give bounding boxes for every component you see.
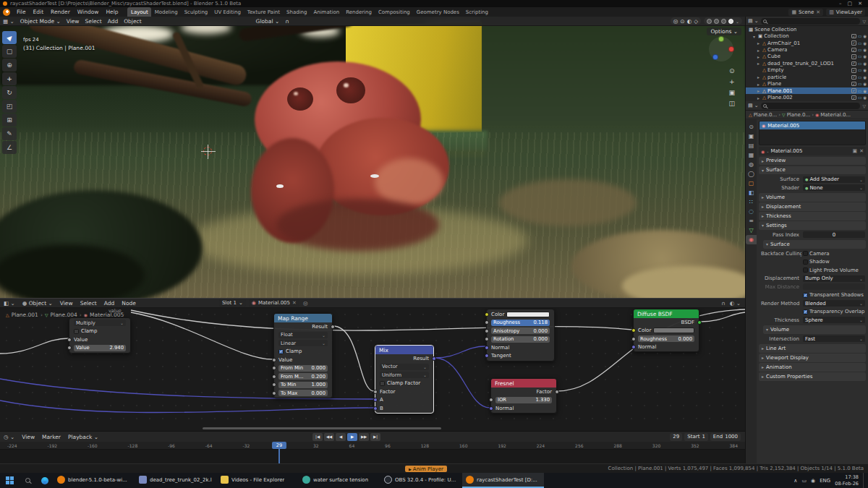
axis-z-handle[interactable]: [712, 54, 718, 60]
rotate-tool[interactable]: ↻: [2, 86, 17, 99]
section-thickness[interactable]: Thickness: [759, 212, 866, 221]
surface-shader-dropdown[interactable]: ●Add Shader: [803, 176, 865, 183]
shading-rendered-icon[interactable]: [728, 19, 733, 24]
render-visibility-icon[interactable]: ◉: [863, 34, 867, 38]
section-preview[interactable]: Preview: [759, 157, 866, 166]
menu-view[interactable]: View: [56, 299, 77, 308]
a-input-socket[interactable]: [373, 398, 378, 402]
from-min-socket[interactable]: [272, 366, 276, 370]
frame-end-field[interactable]: End1000: [710, 433, 741, 441]
tab-material[interactable]: ◉: [746, 235, 757, 244]
screen-visibility-icon[interactable]: ▭: [858, 54, 861, 59]
menu-add[interactable]: Add: [105, 17, 122, 25]
normal-input-socket[interactable]: [489, 406, 493, 411]
outliner-row-object[interactable]: ▸ △ Plane.002 ✓▭◉: [746, 94, 868, 100]
section-custom-properties[interactable]: Custom Properties: [759, 372, 866, 381]
render-visibility-icon[interactable]: ◉: [863, 75, 867, 80]
shading-wireframe-icon[interactable]: [707, 19, 712, 24]
pan-icon[interactable]: +: [728, 78, 735, 85]
expand-caret-icon[interactable]: ▾: [752, 34, 757, 39]
unlink-icon[interactable]: ✕: [859, 148, 864, 154]
perspective-toggle-icon[interactable]: ◫: [728, 100, 735, 107]
rotation-field[interactable]: Rotation0.000: [491, 336, 550, 343]
show-desktop-button[interactable]: [863, 473, 865, 488]
backface-camera-checkbox[interactable]: [803, 251, 808, 256]
section-surface[interactable]: Surface: [759, 166, 866, 175]
workspace-tab-uv-editing[interactable]: UV Editing: [211, 7, 244, 17]
snap-magnet-icon[interactable]: ∩: [282, 17, 292, 25]
tab-view-layer[interactable]: ▦: [746, 150, 757, 160]
menu-edit[interactable]: Edit: [30, 7, 48, 17]
move-tool[interactable]: +: [2, 72, 17, 85]
mix-type-dropdown[interactable]: Vector: [380, 364, 429, 370]
math-operation-dropdown[interactable]: Multiply: [74, 320, 126, 326]
workspace-tab-shading[interactable]: Shading: [284, 7, 310, 17]
exclude-checkbox[interactable]: ✓: [851, 48, 856, 53]
workspace-tab-modeling[interactable]: Modeling: [151, 7, 181, 17]
outliner-row-collection[interactable]: ▾ ▣ Collection ✓▭◉: [746, 33, 868, 39]
result-output-socket[interactable]: [331, 325, 335, 329]
editor-type-icon[interactable]: ◧ ⌄: [0, 299, 19, 308]
roughness-field[interactable]: Roughness0.118: [491, 320, 550, 326]
tab-scene[interactable]: ◍: [746, 160, 757, 169]
material-slot-dropdown[interactable]: Slot 1 ⌄: [219, 299, 246, 307]
transparent-shadows-checkbox[interactable]: [803, 293, 808, 298]
subsection-volume[interactable]: Volume: [763, 325, 866, 334]
tab-physics[interactable]: ◌: [746, 207, 757, 216]
pass-index-field[interactable]: 0: [803, 231, 865, 238]
exclude-checkbox[interactable]: ✓: [851, 95, 856, 100]
factor-input-socket[interactable]: [373, 390, 378, 394]
ior-field[interactable]: IOR1.330: [495, 397, 552, 403]
play-button[interactable]: ▶: [347, 433, 357, 441]
math-node[interactable]: Multiply Clamp Value Value2.940: [69, 317, 131, 354]
tweak-select-tool[interactable]: ▢: [2, 45, 17, 58]
tab-constraints[interactable]: ≡: [746, 216, 757, 226]
section-animation[interactable]: Animation: [759, 363, 866, 372]
normal-input-socket[interactable]: [631, 345, 636, 349]
copy-icon[interactable]: ▣: [853, 148, 858, 154]
proportional-editing-icon[interactable]: ◎: [673, 18, 678, 25]
tab-tool[interactable]: ⊙: [746, 122, 757, 132]
normal-input-socket[interactable]: [485, 346, 489, 350]
shading-solid-icon[interactable]: [714, 19, 719, 24]
color-input-socket[interactable]: [485, 312, 489, 317]
color-swatch[interactable]: [506, 312, 550, 317]
scene-selector[interactable]: ▦ Scene ✕: [788, 9, 823, 16]
overlay-toggle-icon[interactable]: ◐ ⌄: [730, 300, 741, 307]
edge-browser-button[interactable]: [36, 473, 54, 488]
roughness-socket[interactable]: [631, 337, 636, 341]
subsection-surface[interactable]: Surface: [763, 240, 866, 249]
rotation-socket[interactable]: [485, 337, 489, 341]
expand-caret-icon[interactable]: ▸: [756, 40, 761, 46]
expand-caret-icon[interactable]: ▸: [756, 54, 761, 59]
from-max-field[interactable]: From M...0.200: [278, 373, 328, 380]
node-header[interactable]: Mix: [375, 346, 433, 354]
exclude-checkbox[interactable]: ✓: [851, 82, 856, 87]
section-displacement[interactable]: Displacement: [759, 202, 866, 211]
exclude-checkbox[interactable]: ✓: [851, 34, 856, 39]
start-button[interactable]: [0, 473, 19, 488]
value-field[interactable]: Value2.940: [74, 345, 126, 351]
overlays-icon[interactable]: ◐: [687, 18, 692, 25]
outliner-search-input[interactable]: [761, 18, 861, 25]
node-header[interactable]: Fresnel: [491, 379, 556, 388]
glossy-bsdf-node[interactable]: Color Roughness0.118 Anisotropy0.000 Rot…: [486, 309, 555, 361]
tab-render[interactable]: ▣: [746, 132, 757, 141]
workspace-tab-scripting[interactable]: Scripting: [462, 7, 491, 17]
annotate-tool[interactable]: ✎: [2, 127, 17, 140]
section-settings[interactable]: Settings: [759, 221, 866, 230]
render-visibility-icon[interactable]: ◉: [863, 95, 867, 100]
intersection-dropdown[interactable]: Fast: [803, 335, 865, 342]
transform-orientation-dropdown[interactable]: Global ⌄: [253, 17, 283, 25]
section-volume[interactable]: Volume: [759, 193, 866, 202]
render-visibility-icon[interactable]: ◉: [863, 41, 867, 46]
menu-object[interactable]: Object: [121, 17, 144, 25]
exclude-checkbox[interactable]: ✓: [851, 54, 856, 59]
screen-visibility-icon[interactable]: ▭: [858, 89, 861, 93]
map-range-node[interactable]: Map Range Result Float Linear Clamp Valu…: [273, 313, 333, 398]
exclude-checkbox[interactable]: ✓: [851, 40, 856, 46]
expand-caret-icon[interactable]: ▸: [756, 74, 761, 80]
outliner-row-object[interactable]: ▸ △ Plane ✓▭◉: [746, 81, 868, 87]
editor-type-icon[interactable]: ▤ ⌄: [748, 103, 759, 108]
roughness-field[interactable]: Roughness0.000: [638, 335, 694, 342]
